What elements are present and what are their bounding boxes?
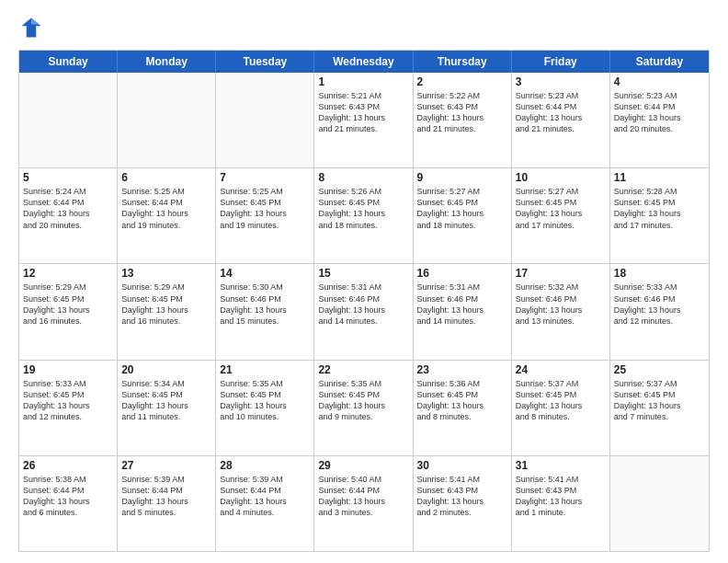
calendar-row: 19Sunrise: 5:33 AM Sunset: 6:45 PM Dayli…	[19, 361, 709, 456]
calendar-cell	[610, 456, 709, 551]
cell-info: Sunrise: 5:22 AM Sunset: 6:43 PM Dayligh…	[417, 90, 507, 135]
calendar-row: 1Sunrise: 5:21 AM Sunset: 6:43 PM Daylig…	[19, 73, 709, 168]
day-number: 10	[516, 171, 606, 184]
day-number: 11	[614, 171, 705, 184]
cell-info: Sunrise: 5:34 AM Sunset: 6:45 PM Dayligh…	[121, 378, 211, 423]
day-number: 1	[318, 75, 408, 88]
calendar-cell: 19Sunrise: 5:33 AM Sunset: 6:45 PM Dayli…	[19, 361, 118, 455]
day-number: 24	[516, 363, 606, 376]
calendar-cell: 14Sunrise: 5:30 AM Sunset: 6:46 PM Dayli…	[216, 264, 314, 359]
header-cell-sunday: Sunday	[19, 51, 118, 73]
day-number: 14	[220, 267, 310, 280]
header-cell-tuesday: Tuesday	[216, 51, 314, 73]
cell-info: Sunrise: 5:39 AM Sunset: 6:44 PM Dayligh…	[220, 474, 310, 519]
day-number: 17	[516, 267, 606, 280]
cell-info: Sunrise: 5:33 AM Sunset: 6:45 PM Dayligh…	[23, 378, 113, 423]
cell-info: Sunrise: 5:21 AM Sunset: 6:43 PM Dayligh…	[318, 90, 408, 135]
cell-info: Sunrise: 5:33 AM Sunset: 6:46 PM Dayligh…	[614, 282, 705, 327]
calendar-cell: 4Sunrise: 5:23 AM Sunset: 6:44 PM Daylig…	[610, 73, 709, 167]
cell-info: Sunrise: 5:35 AM Sunset: 6:45 PM Dayligh…	[220, 378, 310, 423]
day-number: 18	[614, 267, 705, 280]
calendar-cell: 31Sunrise: 5:41 AM Sunset: 6:43 PM Dayli…	[512, 456, 610, 551]
calendar-cell: 17Sunrise: 5:32 AM Sunset: 6:46 PM Dayli…	[512, 264, 610, 359]
day-number: 29	[318, 459, 408, 472]
cell-info: Sunrise: 5:39 AM Sunset: 6:44 PM Dayligh…	[121, 474, 211, 519]
calendar-cell: 26Sunrise: 5:38 AM Sunset: 6:44 PM Dayli…	[19, 456, 118, 551]
day-number: 9	[417, 171, 507, 184]
calendar-cell: 24Sunrise: 5:37 AM Sunset: 6:45 PM Dayli…	[512, 361, 610, 455]
calendar-cell: 1Sunrise: 5:21 AM Sunset: 6:43 PM Daylig…	[314, 73, 413, 167]
cell-info: Sunrise: 5:31 AM Sunset: 6:46 PM Dayligh…	[318, 282, 408, 327]
cell-info: Sunrise: 5:28 AM Sunset: 6:45 PM Dayligh…	[614, 186, 705, 231]
day-number: 7	[220, 171, 310, 184]
calendar-cell	[216, 73, 314, 167]
day-number: 20	[121, 363, 211, 376]
calendar-cell: 12Sunrise: 5:29 AM Sunset: 6:45 PM Dayli…	[19, 264, 118, 359]
cell-info: Sunrise: 5:29 AM Sunset: 6:45 PM Dayligh…	[23, 282, 113, 327]
header-cell-friday: Friday	[512, 51, 610, 73]
calendar-cell: 3Sunrise: 5:23 AM Sunset: 6:44 PM Daylig…	[512, 73, 610, 167]
day-number: 25	[614, 363, 705, 376]
cell-info: Sunrise: 5:30 AM Sunset: 6:46 PM Dayligh…	[220, 282, 310, 327]
cell-info: Sunrise: 5:27 AM Sunset: 6:45 PM Dayligh…	[516, 186, 606, 231]
day-number: 31	[516, 459, 606, 472]
day-number: 21	[220, 363, 310, 376]
calendar-cell: 10Sunrise: 5:27 AM Sunset: 6:45 PM Dayli…	[512, 168, 610, 263]
day-number: 27	[121, 459, 211, 472]
calendar-cell: 28Sunrise: 5:39 AM Sunset: 6:44 PM Dayli…	[216, 456, 314, 551]
calendar-cell: 22Sunrise: 5:35 AM Sunset: 6:45 PM Dayli…	[314, 361, 413, 455]
calendar-header-row: SundayMondayTuesdayWednesdayThursdayFrid…	[19, 51, 709, 73]
header	[18, 15, 710, 40]
cell-info: Sunrise: 5:41 AM Sunset: 6:43 PM Dayligh…	[417, 474, 507, 519]
day-number: 26	[23, 459, 113, 472]
day-number: 19	[23, 363, 113, 376]
calendar-cell: 15Sunrise: 5:31 AM Sunset: 6:46 PM Dayli…	[314, 264, 413, 359]
page: SundayMondayTuesdayWednesdayThursdayFrid…	[0, 0, 728, 563]
cell-info: Sunrise: 5:27 AM Sunset: 6:45 PM Dayligh…	[417, 186, 507, 231]
day-number: 4	[614, 75, 705, 88]
day-number: 13	[121, 267, 211, 280]
calendar-cell: 23Sunrise: 5:36 AM Sunset: 6:45 PM Dayli…	[414, 361, 512, 455]
cell-info: Sunrise: 5:25 AM Sunset: 6:45 PM Dayligh…	[220, 186, 310, 231]
calendar-cell: 29Sunrise: 5:40 AM Sunset: 6:44 PM Dayli…	[314, 456, 413, 551]
calendar-cell: 16Sunrise: 5:31 AM Sunset: 6:46 PM Dayli…	[414, 264, 512, 359]
logo-icon	[18, 15, 44, 40]
cell-info: Sunrise: 5:25 AM Sunset: 6:44 PM Dayligh…	[121, 186, 211, 231]
calendar-cell: 5Sunrise: 5:24 AM Sunset: 6:44 PM Daylig…	[19, 168, 118, 263]
calendar-row: 26Sunrise: 5:38 AM Sunset: 6:44 PM Dayli…	[19, 456, 709, 551]
cell-info: Sunrise: 5:37 AM Sunset: 6:45 PM Dayligh…	[516, 378, 606, 423]
calendar-body: 1Sunrise: 5:21 AM Sunset: 6:43 PM Daylig…	[19, 73, 709, 551]
cell-info: Sunrise: 5:35 AM Sunset: 6:45 PM Dayligh…	[318, 378, 408, 423]
header-cell-saturday: Saturday	[610, 51, 709, 73]
header-cell-monday: Monday	[118, 51, 216, 73]
calendar-cell: 30Sunrise: 5:41 AM Sunset: 6:43 PM Dayli…	[414, 456, 512, 551]
cell-info: Sunrise: 5:26 AM Sunset: 6:45 PM Dayligh…	[318, 186, 408, 231]
cell-info: Sunrise: 5:29 AM Sunset: 6:45 PM Dayligh…	[121, 282, 211, 327]
calendar-cell: 21Sunrise: 5:35 AM Sunset: 6:45 PM Dayli…	[216, 361, 314, 455]
day-number: 12	[23, 267, 113, 280]
day-number: 5	[23, 171, 113, 184]
cell-info: Sunrise: 5:37 AM Sunset: 6:45 PM Dayligh…	[614, 378, 705, 423]
day-number: 16	[417, 267, 507, 280]
calendar-cell: 25Sunrise: 5:37 AM Sunset: 6:45 PM Dayli…	[610, 361, 709, 455]
calendar-cell: 7Sunrise: 5:25 AM Sunset: 6:45 PM Daylig…	[216, 168, 314, 263]
cell-info: Sunrise: 5:36 AM Sunset: 6:45 PM Dayligh…	[417, 378, 507, 423]
cell-info: Sunrise: 5:40 AM Sunset: 6:44 PM Dayligh…	[318, 474, 408, 519]
calendar-cell: 13Sunrise: 5:29 AM Sunset: 6:45 PM Dayli…	[118, 264, 216, 359]
day-number: 23	[417, 363, 507, 376]
day-number: 3	[516, 75, 606, 88]
calendar-cell: 18Sunrise: 5:33 AM Sunset: 6:46 PM Dayli…	[610, 264, 709, 359]
cell-info: Sunrise: 5:38 AM Sunset: 6:44 PM Dayligh…	[23, 474, 113, 519]
calendar-cell: 2Sunrise: 5:22 AM Sunset: 6:43 PM Daylig…	[414, 73, 512, 167]
day-number: 22	[318, 363, 408, 376]
calendar-cell: 11Sunrise: 5:28 AM Sunset: 6:45 PM Dayli…	[610, 168, 709, 263]
logo	[18, 15, 48, 40]
cell-info: Sunrise: 5:31 AM Sunset: 6:46 PM Dayligh…	[417, 282, 507, 327]
day-number: 2	[417, 75, 507, 88]
day-number: 15	[318, 267, 408, 280]
calendar: SundayMondayTuesdayWednesdayThursdayFrid…	[18, 50, 710, 552]
header-cell-wednesday: Wednesday	[314, 51, 413, 73]
cell-info: Sunrise: 5:23 AM Sunset: 6:44 PM Dayligh…	[614, 90, 705, 135]
day-number: 30	[417, 459, 507, 472]
calendar-row: 12Sunrise: 5:29 AM Sunset: 6:45 PM Dayli…	[19, 264, 709, 360]
